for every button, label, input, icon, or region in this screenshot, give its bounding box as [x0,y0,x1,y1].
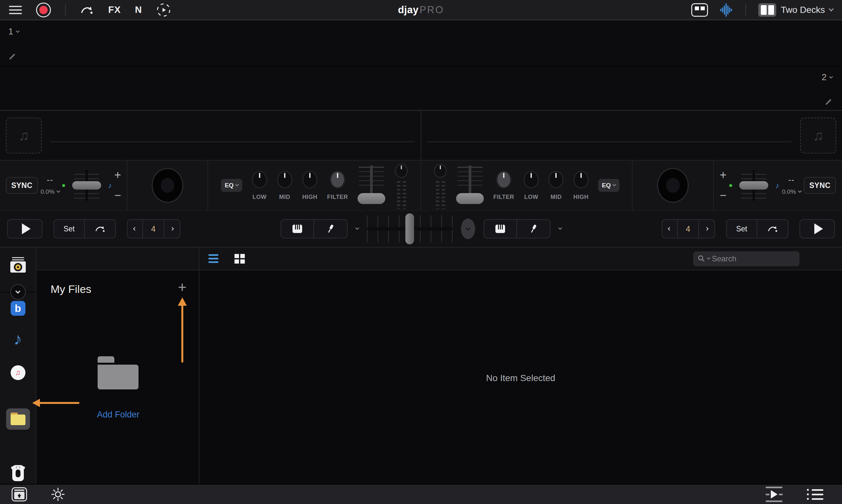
deck2-volume-fader[interactable] [456,164,484,206]
deck1-mic-button[interactable] [314,220,347,238]
deck2-filter-knob[interactable] [496,170,512,188]
redo-icon[interactable] [80,5,94,15]
deck2-tempo-slider[interactable] [735,168,773,203]
bottom-status-bar [0,484,842,504]
deck2-mic-button[interactable] [517,220,550,238]
brightness-icon[interactable] [51,487,65,501]
keyboard-icon [292,224,303,233]
deck2-selector[interactable]: 2 [822,72,832,83]
deck2-loop-double-button[interactable] [699,220,715,238]
add-source-button[interactable]: + [178,280,187,294]
deck1-tempo-value: 0.0% [40,188,54,195]
transport-row: Set 4 [0,210,842,247]
queue-list-button[interactable] [807,489,823,500]
add-folder-button[interactable] [98,356,138,390]
deck1-album-placeholder[interactable]: ♫ [6,118,42,154]
deck1-volume-fader[interactable] [358,164,385,206]
folder-icon [98,356,114,363]
automix-button[interactable] [156,3,171,17]
record-button[interactable] [36,3,51,17]
deck2-gain-knob[interactable] [434,164,447,178]
deck1-volume-handle[interactable] [358,193,385,204]
deck2-high-knob[interactable] [573,170,589,188]
sidebar-item-more[interactable] [11,466,25,469]
deck2-edit-icon[interactable] [825,98,832,106]
deck1-tempo-minus-button[interactable]: − [114,191,121,200]
deck2-input-group [483,219,550,238]
deck1-edit-icon[interactable] [8,52,16,60]
show-decks-panel-button[interactable] [12,487,27,501]
deck1-tempo-plus-button[interactable]: + [114,170,121,180]
deck1-selector[interactable]: 1 [8,27,19,37]
deck2-jog-wheel[interactable] [657,168,689,203]
deck2-cue-button[interactable] [757,220,788,238]
deck1-loop-halve-button[interactable] [127,220,143,238]
toolbar-left-group: FX N [9,3,171,17]
deck2-tempo-handle[interactable] [739,181,768,190]
deck1-mid-knob[interactable] [277,170,292,188]
deck1-high-knob[interactable] [302,170,317,188]
deck1-cue-button[interactable] [85,220,115,238]
deck1-tempo-slider[interactable] [68,168,106,203]
sidebar-collapse-button[interactable] [10,284,26,300]
sidebar-item-beatport[interactable]: b [11,301,25,316]
deck2-low-knob[interactable] [523,170,539,188]
deck2-mid-knob[interactable] [548,170,564,188]
add-folder-label[interactable]: Add Folder [78,410,158,420]
deck2-play-button[interactable] [800,219,835,238]
main-menu-button[interactable] [9,6,22,14]
deck1-empty-title-line [50,141,415,142]
grid-view-button[interactable] [235,254,245,264]
deck1-gain-meter [395,164,408,209]
sidebar-item-my-files-selected[interactable] [6,409,30,430]
chevron-down-icon[interactable] [707,256,710,259]
deck1-eq-mode-button[interactable]: EQ [221,179,242,192]
filter-label: FILTER [327,194,348,200]
deck1-tempo-handle[interactable] [72,181,101,190]
search-input[interactable] [712,254,795,263]
fx-button[interactable]: FX [108,4,121,15]
deck2-keyboard-button[interactable] [484,220,517,238]
chevron-down-icon[interactable] [355,226,359,230]
deck1-jog-wheel[interactable] [152,168,183,203]
deck1-tempo-percent[interactable]: 0.0% [40,188,59,195]
deck1-strip: 1 [0,20,842,66]
sidebar-item-record-crate[interactable] [10,257,26,273]
search-box[interactable] [693,251,800,266]
tutorial-arrow-to-files-sidebar [32,399,79,407]
deck1-bpm-group: -- 0.0% [40,175,59,195]
crossfader-options-button[interactable] [461,218,475,239]
sidebar-item-apple-music[interactable]: ♫ [11,365,25,380]
deck2-tempo-percent[interactable]: 0.0% [782,188,801,195]
deck1-loop-double-button[interactable] [164,220,180,238]
deck1-gain-knob[interactable] [395,164,408,178]
deck1-set-cue-button[interactable]: Set [54,220,85,238]
deck2-album-placeholder[interactable]: ♫ [800,118,836,154]
deck1-play-button[interactable] [7,219,42,238]
sidebar-item-music-library[interactable]: ♪ [14,330,22,347]
split-view-icon[interactable] [691,3,708,17]
deck2-set-cue-button[interactable]: Set [727,220,757,238]
waveform-view-icon[interactable] [720,3,733,17]
chevron-right-icon [170,227,174,231]
deck2-loop-halve-button[interactable] [662,220,678,238]
deck2-loop-length[interactable]: 4 [678,220,699,238]
deck2-tempo-minus-button[interactable]: − [720,191,726,200]
deck1-sync-button[interactable]: SYNC [6,177,38,194]
chevron-down-icon[interactable] [558,226,562,230]
deck1-keyboard-button[interactable] [281,220,314,238]
deck2-eq-mode-button[interactable]: EQ [598,179,619,192]
list-view-button[interactable] [208,254,218,263]
chevron-left-icon [133,227,137,231]
crossfader-handle[interactable] [406,213,414,244]
automix-queue-button[interactable] [766,487,783,502]
crossfader[interactable] [367,213,452,245]
deck1-loop-length[interactable]: 4 [143,220,164,238]
deck2-volume-handle[interactable] [456,193,484,204]
deck2-sync-button[interactable]: SYNC [804,177,836,194]
deck2-tempo-plus-button[interactable]: + [720,170,726,180]
neural-mix-button[interactable]: N [135,4,142,15]
deck1-filter-knob[interactable] [330,170,345,188]
deck1-low-knob[interactable] [252,170,267,188]
deck-mode-selector[interactable]: Two Decks [758,3,833,17]
